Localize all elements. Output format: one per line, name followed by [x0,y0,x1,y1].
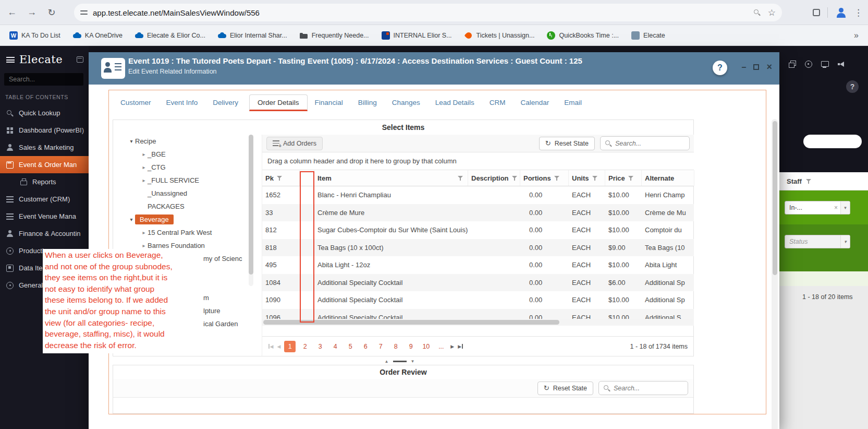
pager-first-icon[interactable]: ◀ [268,344,273,349]
table-row[interactable]: 1090Additional Specialty Cocktail0.00EAC… [262,291,694,309]
tab-changes[interactable]: Changes [392,94,420,111]
table-row[interactable]: 33Crème de Mure0.00EACH$10.00Crème de Mu [262,204,694,222]
filter-icon[interactable] [554,175,560,181]
chevron-down-icon[interactable]: ▾ [840,235,850,248]
tab-delivery[interactable]: Delivery [213,94,238,111]
chevron-collapsed-icon[interactable]: ▸ [140,177,148,183]
page-button[interactable]: 1 [284,341,296,352]
table-row[interactable]: 1652Blanc - Henri Champliau0.00EACH$10.0… [262,186,694,204]
table-row[interactable]: 1096Additional Specialty Cocktail0.00EAC… [262,309,694,319]
monitor-icon[interactable] [821,61,828,68]
panel-splitter[interactable]: ▲ ▼ [109,358,690,365]
tab-lead-details[interactable]: Lead Details [435,94,474,111]
bookmark-item[interactable]: WKA To Do List [9,31,60,40]
tree-node[interactable]: PACKAGES [113,200,262,213]
pager-prev-icon[interactable]: ◀ [277,344,280,349]
maximize-icon[interactable] [753,64,759,70]
table-row[interactable]: 1084Additional Specialty Cocktail0.00EAC… [262,274,694,292]
bookmark-item[interactable]: Elecate & Elior Co... [135,31,205,40]
filter-icon[interactable] [512,175,518,181]
bookmark-item[interactable]: INTERNAL Elior S... [382,31,452,40]
back-icon[interactable]: ← [4,5,20,20]
calendar-icon[interactable] [77,56,83,63]
tree-scrollbar[interactable] [249,135,253,286]
column-header-pk[interactable]: Pk [262,170,300,186]
table-row[interactable]: 495Abita Light - 12oz0.00EACH$10.00Abita… [262,256,694,274]
sidebar-item-customer-crm[interactable]: Customer (CRM) [0,190,89,208]
sidebar-item-dashboard[interactable]: Dashboard (PowerBI) [0,122,89,139]
order-review-search-input[interactable] [614,385,683,392]
page-button[interactable]: 4 [329,341,341,352]
sidebar-item-reports[interactable]: Reports [0,173,89,190]
modal-vertical-scrollbar[interactable] [772,119,778,429]
horizontal-scrollbar[interactable] [262,319,694,326]
splitter-up-icon[interactable]: ▲ [385,359,389,364]
tab-email[interactable]: Email [564,94,582,111]
bookmark-item[interactable]: Elecate [631,31,665,40]
staff-column-header[interactable]: Staff [779,172,868,190]
page-button[interactable]: 5 [345,341,356,352]
chevron-expanded-icon[interactable]: ▾ [128,217,135,222]
sidebar-item-event-order-management[interactable]: Event & Order Man [0,156,89,173]
page-button[interactable]: 7 [375,341,386,352]
close-icon[interactable]: × [766,62,772,73]
bookmark-item[interactable]: Elior Internal Shar... [218,31,287,40]
reset-state-button[interactable]: ↻Reset State [537,382,593,395]
sidebar-item-sales-marketing[interactable]: Sales & Marketing [0,139,89,156]
tree-node[interactable]: ▸_BGE [113,148,262,161]
chevron-down-icon[interactable]: ▾ [840,201,850,214]
column-header-units[interactable]: Units [569,170,605,186]
column-header-price[interactable]: Price [605,170,642,186]
megaphone-icon[interactable] [837,61,845,68]
filter-icon[interactable] [277,175,283,181]
help-icon[interactable]: ? [846,80,859,93]
site-settings-icon[interactable] [80,9,88,16]
profile-avatar[interactable] [835,7,847,18]
bookmark-item[interactable]: QuickBooks Time :... [547,31,619,40]
tab-customer[interactable]: Customer [120,94,151,111]
filter-icon[interactable] [458,175,463,181]
menu-hamburger-icon[interactable] [6,57,15,63]
reset-state-button[interactable]: ↻Reset State [539,137,595,150]
tree-node[interactable]: ▸_CTG [113,161,262,174]
table-row[interactable]: 812Sugar Cubes-Comptoir du Sur White (Sa… [262,221,694,239]
table-row[interactable]: 818Tea Bags (10 x 100ct)0.00EACH$9.00Tea… [262,239,694,257]
sidebar-item-event-venue[interactable]: Event Venue Mana [0,208,89,225]
forward-icon[interactable]: → [24,5,40,20]
tab-calendar[interactable]: Calendar [521,94,549,111]
extensions-icon[interactable] [813,9,820,16]
tab-event-info[interactable]: Event Info [166,94,198,111]
window-icon[interactable] [789,61,796,68]
column-header-description[interactable]: Description [468,170,520,186]
tree-node-recipe[interactable]: ▾Recipe [113,135,262,148]
page-button[interactable]: 9 [405,341,417,352]
chevron-collapsed-icon[interactable]: ▸ [140,151,148,157]
status-combo[interactable]: Status ▾ [785,235,850,248]
filter-icon[interactable] [628,175,634,181]
zoom-icon[interactable] [753,9,761,16]
bookmark-item[interactable]: Frequently Neede... [300,31,369,40]
tree-node[interactable]: ▸15 Central Park West [113,226,262,239]
page-button[interactable]: 6 [360,341,371,352]
order-review-search-box[interactable] [598,381,688,395]
tab-order-details[interactable]: Order Details [249,94,308,111]
address-bar[interactable]: app.test.elecate.net/MainSalesViewWindow… [74,4,782,21]
clear-icon[interactable]: × [832,204,840,211]
add-orders-button[interactable]: Add Orders [266,137,323,150]
help-button[interactable]: ? [713,61,727,75]
chevron-collapsed-icon[interactable]: ▸ [140,164,148,170]
tree-node[interactable]: ▸_FULL SERVICE [113,174,262,187]
splitter-handle[interactable] [393,361,407,362]
gear-icon[interactable] [805,61,812,68]
reload-icon[interactable]: ↻ [44,5,59,20]
url-text[interactable]: app.test.elecate.net/MainSalesViewWindow… [93,8,749,17]
page-button[interactable]: 3 [314,341,326,352]
chevron-expanded-icon[interactable]: ▾ [128,138,135,144]
pager-next-icon[interactable]: ▶ [450,344,454,349]
grid-search-box[interactable] [600,136,690,150]
minimize-icon[interactable]: – [742,63,747,72]
tree-node[interactable]: _Unassigned [113,187,262,200]
sidebar-search-input[interactable] [4,73,83,86]
tab-crm[interactable]: CRM [490,94,506,111]
background-search-box[interactable] [803,135,862,148]
